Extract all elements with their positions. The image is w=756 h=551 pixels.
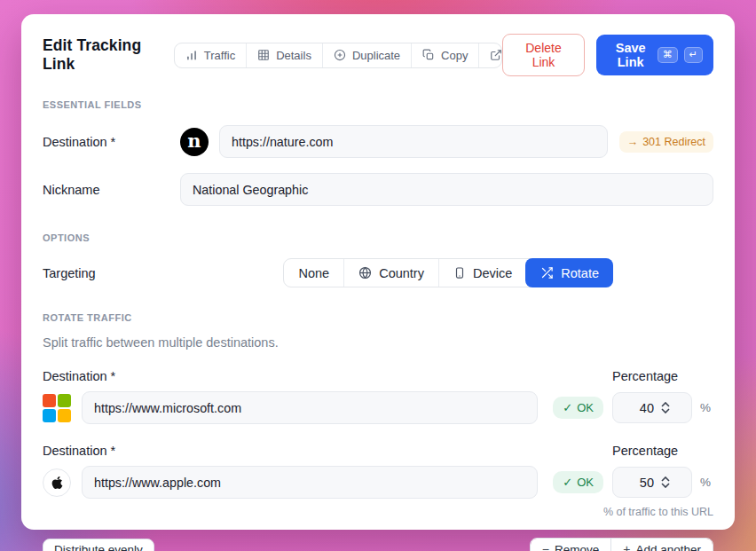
options-section-label: OPTIONS <box>43 232 713 243</box>
rotate-destination-2-input[interactable] <box>82 466 538 499</box>
check-icon: ✓ <box>563 401 572 414</box>
chevron-down-icon <box>661 483 670 488</box>
targeting-option-none[interactable]: None <box>284 259 343 287</box>
nickname-field-row: Nickname <box>43 173 713 206</box>
save-link-button[interactable]: Save Link ⌘ ↵ <box>596 35 713 75</box>
delete-link-button[interactable]: Delete Link <box>502 34 584 76</box>
bar-chart-icon <box>185 49 198 61</box>
apple-logo <box>43 468 71 497</box>
shuffle-icon <box>540 266 554 279</box>
destination-input[interactable] <box>219 125 608 158</box>
duplicate-button[interactable]: Duplicate <box>322 43 411 67</box>
percentage-1-label: Percentage <box>612 369 713 383</box>
targeting-option-rotate[interactable]: Rotate <box>525 258 613 287</box>
percent-sign-2: % <box>700 476 711 489</box>
save-link-label: Save Link <box>610 41 651 69</box>
plus-icon: + <box>623 542 630 551</box>
redirect-arrow-icon: → <box>627 136 639 148</box>
percentage-2-stepper[interactable] <box>661 476 670 488</box>
status-badge-2-label: OK <box>577 476 594 489</box>
rotate-traffic-subtitle: Split traffic between multiple destinati… <box>43 335 713 350</box>
percentage-2-box <box>612 467 692 498</box>
rotate-destination-1-input[interactable] <box>82 391 538 424</box>
percentage-2-input[interactable] <box>618 476 661 490</box>
rotate-destination-row-1: ✓ OK % <box>43 391 713 424</box>
rotate-row-2-labels: Destination * Percentage <box>43 444 713 458</box>
targeting-none-label: None <box>298 266 329 280</box>
chevron-up-icon <box>661 476 670 482</box>
distribute-evenly-button[interactable]: Distribute evenly <box>43 539 154 551</box>
rotate-traffic-section-label: ROTATE TRAFFIC <box>43 312 713 323</box>
percentage-1-stepper[interactable] <box>661 402 670 413</box>
copy-button-label: Copy <box>441 49 468 62</box>
destination-field-row: Destination * n → 301 Redirect <box>43 125 713 158</box>
open-button[interactable]: Open <box>478 43 502 67</box>
status-badge-1-label: OK <box>577 401 594 414</box>
rotate-destination-1-label: Destination * <box>43 369 115 383</box>
targeting-option-device[interactable]: Device <box>438 259 526 287</box>
traffic-button-label: Traffic <box>204 49 235 62</box>
traffic-button[interactable]: Traffic <box>175 43 246 67</box>
rotate-destination-row-2: ✓ OK % <box>43 466 713 499</box>
targeting-option-country[interactable]: Country <box>343 259 438 287</box>
duplicate-button-label: Duplicate <box>352 49 400 62</box>
percentage-1-box <box>612 392 692 423</box>
percentage-1-input[interactable] <box>618 401 661 415</box>
edit-tracking-link-modal: Edit Tracking Link Traffic Details Dupli… <box>21 14 735 530</box>
command-key-badge: ⌘ <box>658 47 678 63</box>
page-title: Edit Tracking Link <box>43 36 161 74</box>
chevron-up-icon <box>661 402 670 407</box>
external-link-icon <box>490 49 502 61</box>
remove-button[interactable]: − Remove <box>531 539 610 551</box>
percentage-helper-text: % of traffic to this URL <box>43 506 713 518</box>
modal-header: Edit Tracking Link Traffic Details Dupli… <box>43 34 713 76</box>
copy-icon <box>422 49 435 61</box>
details-button[interactable]: Details <box>246 43 322 67</box>
grid-icon <box>257 49 270 61</box>
details-button-label: Details <box>276 49 311 62</box>
enter-key-badge: ↵ <box>684 47 703 63</box>
nature-logo: n <box>180 128 209 156</box>
minus-icon: − <box>542 542 549 551</box>
targeting-rotate-label: Rotate <box>561 266 599 280</box>
add-another-button[interactable]: + Add another <box>610 539 713 551</box>
destination-label: Destination * <box>43 135 180 149</box>
remove-button-label: Remove <box>555 543 599 551</box>
chevron-down-icon <box>661 408 670 413</box>
redirect-badge-label: 301 Redirect <box>642 136 705 148</box>
check-icon: ✓ <box>563 476 572 489</box>
targeting-device-label: Device <box>473 266 512 280</box>
header-actions: Delete Link Save Link ⌘ ↵ <box>502 34 713 76</box>
targeting-label: Targeting <box>43 266 96 280</box>
rotate-row-1-labels: Destination * Percentage <box>43 369 713 383</box>
copy-button[interactable]: Copy <box>411 43 478 67</box>
row-actions-group: − Remove + Add another <box>530 538 713 551</box>
nickname-label: Nickname <box>43 183 180 197</box>
globe-icon <box>358 266 372 279</box>
targeting-segmented-control: None Country Device Rotate <box>283 258 613 287</box>
redirect-badge: → 301 Redirect <box>619 131 713 153</box>
smartphone-icon <box>453 266 466 279</box>
targeting-country-label: Country <box>379 266 424 280</box>
link-toolbar: Traffic Details Duplicate Copy Open <box>174 43 503 68</box>
percentage-2-label: Percentage <box>612 444 713 458</box>
rotate-destination-2-label: Destination * <box>43 444 115 458</box>
essential-fields-section-label: ESSENTIAL FIELDS <box>43 99 713 110</box>
nickname-input[interactable] <box>180 173 713 206</box>
targeting-row: Targeting None Country Device Rotate <box>43 258 713 287</box>
microsoft-logo <box>43 394 71 422</box>
add-another-button-label: Add another <box>635 543 701 551</box>
percent-sign-1: % <box>700 401 711 414</box>
plus-circle-icon <box>334 49 346 61</box>
rotate-actions-row: Distribute evenly − Remove + Add another <box>43 538 713 551</box>
status-badge-2: ✓ OK <box>553 471 603 493</box>
status-badge-1: ✓ OK <box>553 397 603 419</box>
